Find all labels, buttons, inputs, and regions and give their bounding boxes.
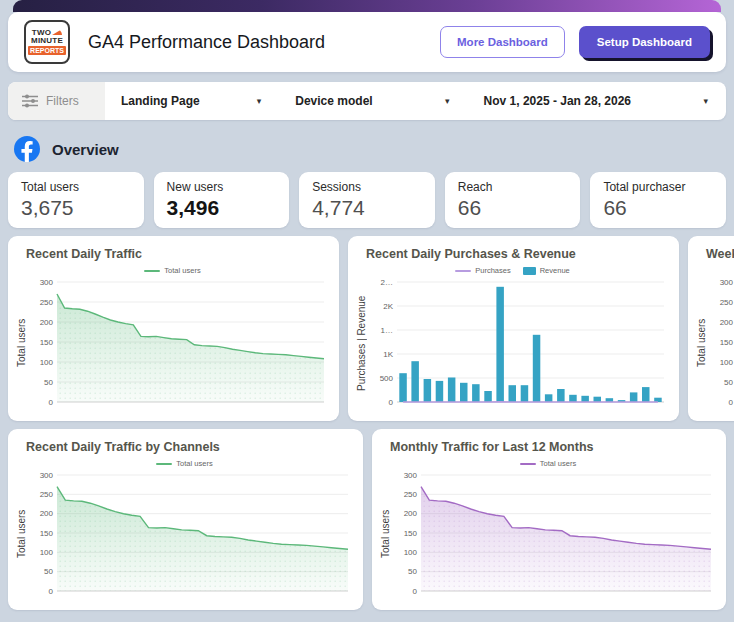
svg-text:300: 300: [404, 471, 418, 480]
dropdown-value: Landing Page: [121, 94, 200, 108]
kpi-label: Total users: [21, 180, 131, 194]
legend-item: Total users: [144, 266, 200, 275]
y-axis-label: Total users: [16, 277, 29, 409]
legend-item: Purchases: [455, 266, 510, 275]
kpi-value: 3,496: [167, 196, 277, 220]
svg-text:2K: 2K: [383, 302, 393, 311]
kpi-value: 4,774: [312, 196, 422, 220]
logo-line3: REPORTS: [28, 46, 66, 55]
filters-bar: Filters Landing Page ▾ Device model ▾ No…: [8, 82, 726, 120]
y-axis-label: Total users: [380, 470, 393, 598]
svg-text:100: 100: [40, 548, 54, 557]
more-dashboard-button[interactable]: More Dashboard: [440, 26, 565, 58]
chevron-down-icon: ▾: [703, 96, 708, 106]
svg-text:150: 150: [40, 529, 54, 538]
kpi-label: Reach: [458, 180, 568, 194]
chart-legend: PurchasesRevenue: [356, 264, 669, 277]
facebook-icon: [14, 136, 40, 162]
chart-legend: Total users: [696, 264, 734, 277]
svg-text:50: 50: [724, 378, 733, 387]
chart-recent-daily-traffic: Recent Daily Traffic Total users Total u…: [8, 236, 339, 421]
legend-item: Revenue: [523, 266, 570, 275]
kpi-value: 66: [458, 196, 568, 220]
svg-text:250: 250: [404, 490, 418, 499]
two-minute-reports-logo: TWO MINUTE REPORTS: [24, 20, 70, 64]
setup-dashboard-button[interactable]: Setup Dashboard: [579, 26, 710, 58]
svg-text:300: 300: [40, 471, 54, 480]
sliders-icon: [22, 94, 38, 108]
svg-text:0: 0: [49, 398, 54, 407]
chevron-down-icon: ▾: [257, 96, 262, 106]
dashboard-page: TWO MINUTE REPORTS GA4 Performance Dashb…: [0, 0, 734, 622]
device-model-dropdown[interactable]: Device model ▾: [279, 82, 467, 120]
kpi-label: New users: [167, 180, 277, 194]
filters-label: Filters: [46, 94, 79, 108]
svg-text:0: 0: [49, 587, 54, 596]
kpi-label: Total purchaser: [603, 180, 713, 194]
kpi-total-users: Total users 3,675: [8, 172, 144, 228]
svg-text:500: 500: [380, 374, 394, 383]
svg-text:150: 150: [720, 338, 734, 347]
svg-text:0: 0: [413, 587, 418, 596]
chart-weekly-traffic: Weekly Traffic for Last 6 Months Total u…: [688, 236, 734, 421]
svg-text:250: 250: [720, 298, 734, 307]
y-axis-label: Total users: [16, 470, 29, 598]
legend-item: Total users: [156, 459, 212, 468]
svg-text:300: 300: [720, 278, 734, 287]
header: TWO MINUTE REPORTS GA4 Performance Dashb…: [8, 12, 726, 72]
area-chart: 050100150200250300: [709, 277, 734, 409]
svg-text:1…: 1…: [381, 326, 393, 335]
kpi-value: 66: [603, 196, 713, 220]
charts-row-2: Recent Daily Traffic by Channels Total u…: [8, 429, 726, 610]
date-range-dropdown[interactable]: Nov 1, 2025 - Jan 28, 2026 ▾: [468, 82, 726, 120]
header-accent-bar: [13, 0, 721, 12]
chart-monthly-traffic: Monthly Traffic for Last 12 Months Total…: [372, 429, 726, 610]
chart-title: Monthly Traffic for Last 12 Months: [390, 440, 716, 454]
landing-page-dropdown[interactable]: Landing Page ▾: [105, 82, 279, 120]
overview-section-header: Overview: [14, 136, 726, 162]
svg-text:0: 0: [389, 398, 394, 407]
y-axis-label: Purchases | Revenue: [356, 277, 369, 409]
svg-text:250: 250: [40, 490, 54, 499]
svg-text:250: 250: [40, 298, 54, 307]
kpi-value: 3,675: [21, 196, 131, 220]
area-chart: 050100150200250300: [29, 470, 353, 598]
filters-toggle[interactable]: Filters: [8, 82, 105, 120]
svg-text:2…: 2…: [381, 278, 393, 287]
svg-text:50: 50: [44, 378, 53, 387]
svg-text:200: 200: [720, 318, 734, 327]
kpi-sessions: Sessions 4,774: [299, 172, 435, 228]
bar-chart: 05001K1…2K2…: [369, 277, 669, 409]
logo-line1: TWO: [32, 29, 62, 37]
chart-title: Weekly Traffic for Last 6 Months: [706, 247, 734, 261]
area-chart: 050100150200250300: [29, 277, 329, 409]
logo-line2: MINUTE: [31, 37, 63, 45]
dropdown-value: Device model: [295, 94, 372, 108]
kpi-total-purchaser: Total purchaser 66: [590, 172, 726, 228]
svg-text:50: 50: [44, 567, 53, 576]
legend-item: Total users: [520, 459, 576, 468]
svg-text:300: 300: [40, 278, 54, 287]
svg-text:100: 100: [720, 358, 734, 367]
svg-text:200: 200: [40, 509, 54, 518]
dropdown-value: Nov 1, 2025 - Jan 28, 2026: [484, 94, 631, 108]
svg-text:200: 200: [404, 509, 418, 518]
svg-text:50: 50: [408, 567, 417, 576]
svg-text:150: 150: [404, 529, 418, 538]
svg-text:1K: 1K: [383, 350, 393, 359]
y-axis-label: Total users: [696, 277, 709, 409]
chart-title: Recent Daily Traffic: [26, 247, 329, 261]
chart-title: Recent Daily Traffic by Channels: [26, 440, 353, 454]
chart-legend: Total users: [16, 457, 353, 470]
section-title: Overview: [52, 141, 119, 158]
svg-text:100: 100: [404, 548, 418, 557]
page-title: GA4 Performance Dashboard: [88, 32, 440, 53]
charts-row-1: Recent Daily Traffic Total users Total u…: [8, 236, 726, 421]
kpi-reach: Reach 66: [445, 172, 581, 228]
svg-text:200: 200: [40, 318, 54, 327]
svg-text:0: 0: [729, 398, 734, 407]
kpi-new-users: New users 3,496: [154, 172, 290, 228]
kpi-label: Sessions: [312, 180, 422, 194]
chart-purchases-revenue: Recent Daily Purchases & Revenue Purchas…: [348, 236, 679, 421]
chart-title: Recent Daily Purchases & Revenue: [366, 247, 669, 261]
